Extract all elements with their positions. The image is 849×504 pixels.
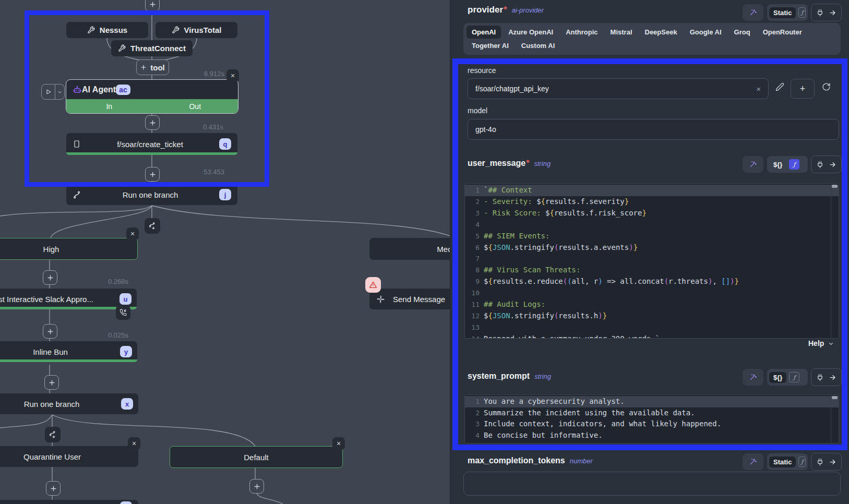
node-nessus[interactable]: Nessus xyxy=(66,22,148,38)
code-line-2[interactable]: 2Summarize the incident using the availa… xyxy=(465,407,839,419)
scrollbar-thumb[interactable] xyxy=(832,185,838,188)
ai-autofill-button[interactable] xyxy=(743,453,763,470)
node-slack-approval[interactable]: Request Interactive Slack Appro... u xyxy=(0,289,137,309)
code-line-9[interactable]: 9${results.e.reduce((all, r) => all.conc… xyxy=(465,276,839,287)
input-mode-toggle[interactable]: ${} ƒ xyxy=(767,369,808,386)
play-icon[interactable] xyxy=(42,89,55,95)
code-line-1[interactable]: 1You are a cybersecurity analyst. xyxy=(465,396,839,407)
node-threatconnect[interactable]: ThreatConnect xyxy=(111,40,193,56)
chevron-down-icon[interactable] xyxy=(55,90,64,94)
code-line-10[interactable]: 10 xyxy=(465,287,839,299)
code-line-13[interactable]: 13 xyxy=(465,322,839,333)
node-branch-quarantine[interactable]: Quarantine User xyxy=(0,446,138,467)
add-resource-button[interactable]: + xyxy=(791,79,815,99)
add-node-connector[interactable] xyxy=(145,115,160,130)
mode-expression-chip[interactable]: ${} xyxy=(769,159,786,170)
add-node-connector[interactable] xyxy=(43,270,57,285)
add-node-connector-top[interactable] xyxy=(145,0,160,11)
code-line-3[interactable]: 3Include context, indicators, and what l… xyxy=(465,418,839,430)
connect-run-button-group[interactable] xyxy=(811,453,842,471)
user-message-code-editor[interactable]: 1`## Context2- Severity: ${results.f.sev… xyxy=(464,183,839,339)
plug-icon[interactable] xyxy=(816,458,824,466)
node-branch-high[interactable]: High xyxy=(0,238,138,260)
input-mode-toggle[interactable]: ${} ƒ xyxy=(767,156,808,173)
scrollbar-thumb[interactable] xyxy=(832,396,838,399)
expression-fx-icon[interactable]: ƒ xyxy=(798,457,806,467)
code-line-11[interactable]: 11## Audit Logs: xyxy=(465,299,839,310)
code-line-4[interactable]: 4 xyxy=(465,219,839,231)
system-prompt-code-editor[interactable]: 1You are a cybersecurity analyst.2Summar… xyxy=(464,394,839,443)
remove-branch-button[interactable]: × xyxy=(126,227,139,240)
mode-static-chip[interactable]: Static xyxy=(769,7,796,18)
node-send-message[interactable]: Send Message xyxy=(369,289,450,309)
mode-expression-chip[interactable]: ${} xyxy=(769,372,786,383)
add-node-connector[interactable] xyxy=(43,324,57,339)
node-branch-default[interactable]: Default xyxy=(170,446,343,468)
phone-incoming-icon[interactable] xyxy=(116,305,130,320)
clear-icon[interactable]: × xyxy=(756,85,761,93)
code-line-7[interactable]: 7 xyxy=(465,253,839,265)
node-bottom-clipped[interactable] xyxy=(0,500,138,504)
ai-agent-io-bar[interactable]: In Out xyxy=(66,99,238,113)
provider-tab-deepseek[interactable]: DeepSeek xyxy=(640,26,683,39)
connect-run-button-group[interactable] xyxy=(811,155,842,173)
io-in-handle[interactable]: In xyxy=(66,99,152,113)
provider-tab-google-ai[interactable]: Google AI xyxy=(685,26,727,39)
remove-node-button[interactable]: × xyxy=(226,69,239,82)
code-line-4[interactable]: 4Be concise but informative. xyxy=(465,430,839,441)
node-run-one-branch-1[interactable]: Run one branch j xyxy=(66,184,237,205)
provider-tab-openrouter[interactable]: OpenRouter xyxy=(758,26,807,39)
code-line-2[interactable]: 2- Severity: ${results.f.severity} xyxy=(465,196,839,208)
input-mode-toggle[interactable]: Static ƒ xyxy=(767,453,808,470)
run-node-button-group[interactable] xyxy=(41,84,65,100)
expression-fx-icon[interactable]: ƒ xyxy=(789,372,799,382)
resource-input[interactable]: f/soar/chatgpt_api_key × xyxy=(468,78,769,99)
node-ai-agent[interactable]: AI Agent ac In Out xyxy=(66,79,238,114)
mode-static-chip[interactable]: Static xyxy=(769,457,796,467)
add-node-connector[interactable] xyxy=(46,481,61,496)
ai-autofill-button[interactable] xyxy=(743,369,763,386)
edit-pencil-icon[interactable] xyxy=(775,82,784,91)
model-input[interactable]: gpt-4o xyxy=(468,119,839,140)
help-dropdown[interactable]: Help xyxy=(808,339,834,347)
code-line-3[interactable]: 3- Risk Score: ${results.f.risk_score} xyxy=(465,208,839,219)
node-virustotal[interactable]: VirusTotal xyxy=(156,22,237,38)
add-branch-button[interactable] xyxy=(145,218,160,234)
connect-run-button-group[interactable] xyxy=(811,368,842,386)
ai-autofill-button[interactable] xyxy=(743,4,763,21)
io-out-handle[interactable]: Out xyxy=(152,99,238,113)
code-line-6[interactable]: 6${JSON.stringify(results.a.events)} xyxy=(465,242,839,254)
connect-run-button-group[interactable] xyxy=(811,4,842,21)
code-line-12[interactable]: 12${JSON.stringify(results.h)} xyxy=(465,310,839,322)
arrow-right-icon[interactable] xyxy=(829,161,836,169)
plug-icon[interactable] xyxy=(816,161,824,169)
provider-tab-anthropic[interactable]: Anthropic xyxy=(560,26,603,39)
node-branch-medium[interactable]: Medium xyxy=(369,238,450,260)
arrow-right-icon[interactable] xyxy=(829,374,836,381)
provider-tab-openai[interactable]: OpenAI xyxy=(467,26,501,39)
node-run-one-branch-2[interactable]: Run one branch x xyxy=(0,393,138,414)
expression-fx-icon[interactable]: ƒ xyxy=(789,159,799,170)
input-mode-toggle[interactable]: Static ƒ xyxy=(767,4,808,21)
node-inline-bun[interactable]: Inline Bun y xyxy=(0,341,137,362)
provider-tab-mistral[interactable]: Mistral xyxy=(605,26,638,39)
remove-branch-button[interactable]: × xyxy=(128,437,140,450)
code-line-1[interactable]: 1`## Context xyxy=(465,185,839,196)
max-tokens-input[interactable] xyxy=(463,472,841,496)
tool-handle-badge[interactable]: tool xyxy=(136,59,169,75)
provider-tab-together-ai[interactable]: Together AI xyxy=(467,39,514,52)
refresh-icon[interactable] xyxy=(822,82,831,91)
provider-tab-custom-ai[interactable]: Custom AI xyxy=(516,39,560,52)
node-create-ticket[interactable]: f/soar/create_ticket q xyxy=(66,133,237,155)
workflow-canvas[interactable]: Nessus VirusTotal ThreatConnect tool 6.9… xyxy=(0,0,450,504)
add-node-connector[interactable] xyxy=(44,375,59,390)
add-node-connector[interactable] xyxy=(145,167,160,182)
add-branch-button[interactable] xyxy=(45,427,61,442)
code-line-14[interactable]: 14Respond with a summary under 300 words… xyxy=(465,333,839,339)
plug-icon[interactable] xyxy=(816,374,824,381)
arrow-right-icon[interactable] xyxy=(829,458,836,466)
arrow-right-icon[interactable] xyxy=(829,9,836,17)
ai-autofill-button[interactable] xyxy=(743,156,763,173)
add-node-connector[interactable] xyxy=(249,479,264,494)
provider-tab-groq[interactable]: Groq xyxy=(729,26,756,39)
